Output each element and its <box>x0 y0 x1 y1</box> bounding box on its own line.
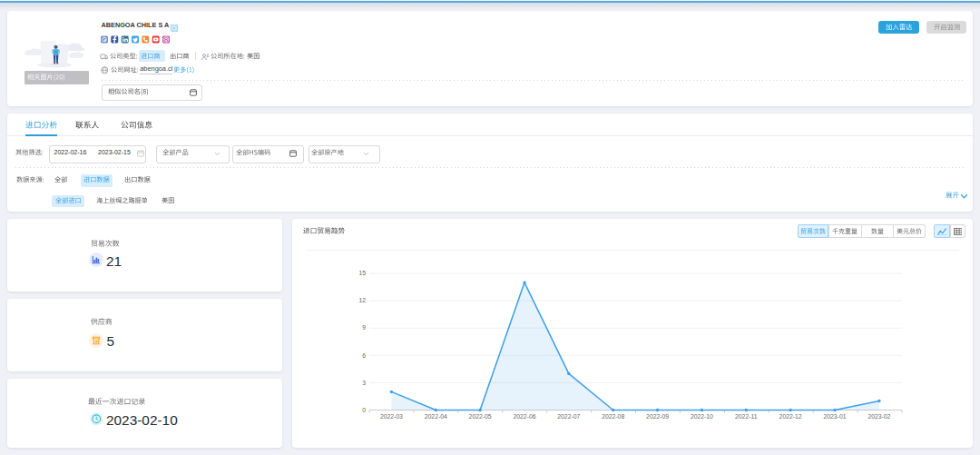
svg-text:2022-05: 2022-05 <box>469 413 492 420</box>
svg-text:12: 12 <box>358 297 366 303</box>
svg-text:2022-08: 2022-08 <box>602 413 624 420</box>
svg-text:2023-01: 2023-01 <box>824 413 847 420</box>
svg-text:2022-12: 2022-12 <box>779 413 802 420</box>
svg-text:2022-10: 2022-10 <box>691 413 713 420</box>
svg-text:2022-03: 2022-03 <box>380 413 403 420</box>
svg-text:2022-07: 2022-07 <box>557 413 580 420</box>
svg-text:9: 9 <box>362 324 366 331</box>
svg-text:6: 6 <box>362 352 366 359</box>
svg-text:2022-11: 2022-11 <box>735 413 758 420</box>
svg-text:2022-04: 2022-04 <box>425 413 447 420</box>
svg-text:2023-02: 2023-02 <box>867 413 890 420</box>
svg-text:2022-06: 2022-06 <box>514 413 536 420</box>
svg-text:15: 15 <box>358 270 366 276</box>
svg-text:2022-09: 2022-09 <box>646 413 669 420</box>
svg-text:0: 0 <box>362 407 366 413</box>
svg-text:3: 3 <box>362 380 366 386</box>
